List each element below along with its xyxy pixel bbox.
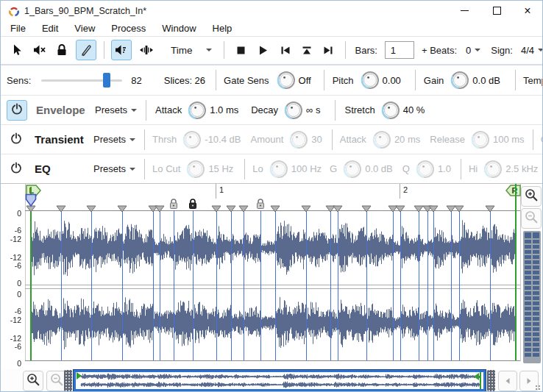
- gain-knob[interactable]: [450, 71, 469, 90]
- db-scale-label: 0: [1, 290, 21, 299]
- resize-grip[interactable]: [535, 385, 541, 391]
- vertical-zoom-out-button[interactable]: [521, 208, 542, 229]
- right-locator-flag[interactable]: R: [505, 185, 521, 199]
- envelope-presets-dropdown[interactable]: Presets: [95, 104, 137, 115]
- overview-right-marker: [480, 372, 481, 389]
- menu-window[interactable]: Window: [154, 21, 204, 36]
- stretch-tool-button[interactable]: [137, 40, 156, 60]
- sign-dropdown[interactable]: 4/4: [521, 45, 543, 56]
- eq-lo-knob[interactable]: [269, 160, 288, 179]
- transient-presets-dropdown[interactable]: Presets: [93, 134, 135, 145]
- thrsh-label: Thrsh: [152, 134, 177, 145]
- slice-line: [160, 210, 160, 360]
- play-button[interactable]: [254, 40, 273, 60]
- sens-slider[interactable]: [41, 79, 122, 82]
- meter-segment: [533, 286, 539, 290]
- scroll-right-grip[interactable]: [487, 370, 495, 391]
- zoom-out-icon: [50, 373, 64, 390]
- pitch-knob[interactable]: [361, 71, 380, 90]
- slice-line: [433, 210, 434, 360]
- power-icon: [10, 132, 22, 147]
- pencil-tool-button[interactable]: [76, 40, 96, 60]
- slice-line: [174, 210, 174, 360]
- horizontal-zoom-in-button[interactable]: [23, 371, 43, 391]
- meter-segment: [525, 286, 531, 290]
- menu-edit[interactable]: Edit: [34, 21, 66, 36]
- preview-tool-button[interactable]: [111, 40, 132, 60]
- slice-marker[interactable]: [485, 202, 495, 215]
- menu-process[interactable]: Process: [103, 21, 154, 36]
- stretch-value: 40 %: [403, 104, 425, 115]
- slice-marker[interactable]: [395, 202, 405, 215]
- eq-g1-knob[interactable]: [343, 160, 362, 179]
- slice-marker[interactable]: [270, 202, 280, 215]
- slice-marker[interactable]: [155, 202, 165, 215]
- meter-segment: [533, 276, 539, 279]
- stop-button[interactable]: [232, 40, 251, 60]
- vertical-zoom-in-button[interactable]: [521, 186, 542, 207]
- return-to-top-button[interactable]: [297, 40, 316, 60]
- beats-dropdown[interactable]: 0: [466, 45, 480, 56]
- eq-power-button[interactable]: [7, 160, 26, 179]
- slice-marker[interactable]: [333, 202, 343, 215]
- meter-segment: [533, 260, 539, 264]
- thrsh-knob[interactable]: [182, 130, 202, 149]
- right-locator-line[interactable]: [515, 184, 517, 360]
- transient-power-button[interactable]: [7, 130, 26, 149]
- envelope-power-button[interactable]: [7, 100, 27, 121]
- eq-title: EQ: [35, 163, 92, 175]
- close-button[interactable]: ×: [511, 1, 543, 21]
- env-decay-knob[interactable]: [284, 101, 303, 120]
- release-knob[interactable]: [471, 130, 490, 149]
- sign-label: Sign:: [491, 45, 513, 56]
- time-mode-dropdown[interactable]: Time: [171, 45, 212, 56]
- maximize-button[interactable]: [480, 1, 513, 21]
- slice-marker[interactable]: [428, 202, 439, 215]
- gate-sens-knob[interactable]: [277, 71, 296, 90]
- stretch-knob[interactable]: [381, 101, 400, 120]
- go-to-start-button[interactable]: [276, 40, 295, 60]
- menu-file[interactable]: File: [2, 21, 34, 36]
- sens-slider-thumb[interactable]: [103, 73, 110, 88]
- menu-view[interactable]: View: [66, 21, 103, 36]
- db-scale-label: -6: [1, 307, 21, 316]
- eq-hi-knob[interactable]: [483, 160, 503, 179]
- scroll-left-button[interactable]: [498, 371, 517, 391]
- chevron-down-icon: [206, 49, 212, 51]
- eq-presets-dropdown[interactable]: Presets: [93, 163, 135, 174]
- slice-marker[interactable]: [211, 202, 221, 215]
- amount-knob[interactable]: [289, 130, 308, 149]
- mute-tool-button[interactable]: [30, 40, 49, 60]
- go-to-end-button[interactable]: [319, 40, 338, 60]
- slice-lock-icon[interactable]: [188, 198, 198, 213]
- select-tool-button[interactable]: [7, 40, 26, 60]
- overview-scrollbar[interactable]: [74, 370, 486, 391]
- eq-q-knob[interactable]: [416, 160, 435, 179]
- env-attack-knob[interactable]: [188, 101, 207, 120]
- slice-marker[interactable]: [86, 202, 96, 215]
- slice-line: [231, 210, 232, 360]
- tran-attack-knob[interactable]: [372, 130, 391, 149]
- slice-lock-icon[interactable]: [255, 198, 266, 213]
- lock-tool-button[interactable]: [52, 40, 71, 60]
- amount-label: Amount: [250, 134, 283, 145]
- bottom-bar: [1, 368, 543, 392]
- slice-marker[interactable]: [361, 202, 372, 215]
- slice-marker[interactable]: [301, 202, 311, 215]
- gain-value: 0.0 dB: [472, 75, 500, 86]
- db-scale-label: -6: [1, 226, 21, 235]
- playhead-marker[interactable]: [24, 193, 38, 211]
- waveform-canvas[interactable]: [25, 211, 520, 361]
- locut-knob[interactable]: [186, 160, 205, 179]
- slice-marker[interactable]: [117, 202, 127, 215]
- slice-marker[interactable]: [238, 202, 249, 215]
- scroll-left-grip[interactable]: [64, 370, 72, 391]
- slice-lock-icon[interactable]: [168, 198, 179, 213]
- slice-marker[interactable]: [56, 202, 66, 215]
- slice-line: [260, 210, 261, 360]
- menu-help[interactable]: Help: [205, 21, 241, 36]
- slice-marker[interactable]: [226, 202, 236, 215]
- slice-marker[interactable]: [454, 202, 464, 215]
- bars-input[interactable]: 1: [385, 41, 414, 59]
- minimize-button[interactable]: [448, 1, 480, 21]
